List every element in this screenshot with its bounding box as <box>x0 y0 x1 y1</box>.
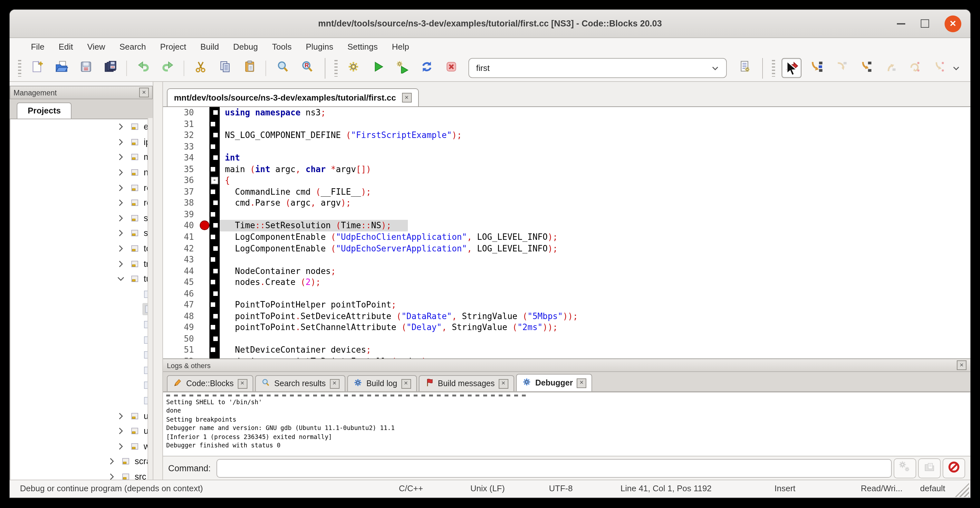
tree-collapsed-icon[interactable] <box>116 213 126 223</box>
tree-collapsed-icon[interactable] <box>116 167 126 177</box>
tree-item-src[interactable]: src <box>10 469 153 479</box>
tree-collapsed-icon[interactable] <box>116 244 126 253</box>
menu-plugins[interactable]: Plugins <box>299 41 340 51</box>
run-button[interactable] <box>368 59 387 77</box>
tree-item-udp-[interactable]: udp- <box>10 424 153 439</box>
find-button[interactable] <box>273 59 291 77</box>
toolbar-overflow-chevron-icon[interactable] <box>951 63 961 73</box>
menu-settings[interactable]: Settings <box>340 41 385 51</box>
close-tab-icon[interactable]: ✕ <box>237 379 247 389</box>
breakpoint-margin[interactable] <box>200 322 209 333</box>
close-tab-icon[interactable]: ✕ <box>401 379 411 389</box>
maximize-icon[interactable] <box>921 19 929 28</box>
tree-item-udp[interactable]: udp <box>10 408 153 424</box>
breakpoint-margin[interactable] <box>200 311 209 322</box>
code-line-39[interactable]: 39 <box>163 209 970 220</box>
tree-item-erro[interactable]: erro <box>10 119 153 134</box>
code-line-50[interactable]: 50 <box>163 333 970 345</box>
code-line-47[interactable]: 47 PointToPointHelper pointToPoint; <box>163 299 970 311</box>
build-button[interactable] <box>344 59 363 77</box>
tree-collapsed-icon[interactable] <box>107 472 117 479</box>
rebuild-button[interactable] <box>417 59 436 77</box>
close-tab-icon[interactable]: ✕ <box>329 379 339 389</box>
code-line-51[interactable]: 51 NetDeviceContainer devices; <box>163 345 970 356</box>
breakpoint-margin[interactable] <box>200 277 209 288</box>
tree-collapsed-icon[interactable] <box>116 122 126 132</box>
copy-button[interactable] <box>216 59 234 77</box>
breakpoint-margin[interactable] <box>200 163 209 175</box>
tree-collapsed-icon[interactable] <box>116 198 126 208</box>
editor-tab-first-cc[interactable]: mnt/dev/tools/source/ns-3-dev/examples/t… <box>167 88 418 107</box>
breakpoint-margin[interactable] <box>200 130 209 141</box>
breakpoint-margin[interactable] <box>200 345 209 356</box>
code-line-52[interactable]: 52 devices = pointToPoint.Install (nodes… <box>163 356 970 358</box>
breakpoint-margin[interactable] <box>200 288 209 299</box>
log-tab-build-log[interactable]: Build log✕ <box>347 375 417 391</box>
undo-button[interactable] <box>134 59 153 77</box>
tree-collapsed-icon[interactable] <box>116 183 126 193</box>
tree-scrollbar[interactable] <box>148 118 153 479</box>
breakpoint-margin[interactable] <box>200 209 209 220</box>
tree-collapsed-icon[interactable] <box>116 229 126 238</box>
build-and-run-button[interactable] <box>393 59 411 77</box>
tree-item-traf[interactable]: traf <box>10 256 153 271</box>
tree-item-he[interactable]: he <box>10 332 153 347</box>
breakpoint-margin[interactable] <box>200 118 209 130</box>
code-line-35[interactable]: 35main (int argc, char *argv[]) <box>163 163 970 175</box>
fold-marker-icon[interactable] <box>211 177 218 185</box>
cut-button[interactable] <box>191 59 210 77</box>
breakpoint-margin[interactable] <box>200 299 209 311</box>
tree-collapsed-icon[interactable] <box>116 259 126 269</box>
run-to-cursor-button[interactable] <box>807 59 826 77</box>
tree-item-real[interactable]: real <box>10 180 153 195</box>
close-logs-icon[interactable]: ✕ <box>957 360 966 370</box>
tree-item-wire[interactable]: wire <box>10 439 153 454</box>
copy-log-button[interactable] <box>918 458 941 478</box>
toolbar-grip[interactable] <box>772 60 775 76</box>
code-line-44[interactable]: 44 NodeContainer nodes; <box>163 265 970 277</box>
code-line-45[interactable]: 45 nodes.Create (2); <box>163 277 970 288</box>
tree-item-fo[interactable]: fo <box>10 317 153 332</box>
code-line-34[interactable]: 34int <box>163 152 970 163</box>
toolbar-grip[interactable] <box>334 60 337 76</box>
chevron-down-icon[interactable] <box>710 63 720 73</box>
build-target-combo[interactable]: first <box>468 58 727 78</box>
breakpoint-margin[interactable] <box>200 333 209 345</box>
new-file-button[interactable] <box>27 59 46 77</box>
tree-collapsed-icon[interactable] <box>107 457 117 467</box>
log-tab-debugger[interactable]: Debugger✕ <box>516 374 592 391</box>
tab-projects[interactable]: Projects <box>17 102 72 119</box>
replace-button[interactable]: R <box>298 59 316 77</box>
tree-collapsed-icon[interactable] <box>116 442 126 451</box>
tree-collapsed-icon[interactable] <box>116 137 126 147</box>
tree-expanded-icon[interactable] <box>116 274 126 283</box>
next-line-button[interactable] <box>832 59 850 77</box>
code-line-36[interactable]: 36{ <box>163 175 970 186</box>
menu-edit[interactable]: Edit <box>51 41 80 51</box>
titlebar[interactable]: mnt/dev/tools/source/ns-3-dev/examples/t… <box>10 10 970 38</box>
close-tab-icon[interactable]: ✕ <box>577 378 586 388</box>
breakpoint-margin[interactable] <box>200 254 209 265</box>
tree-item-six[interactable]: six <box>10 378 153 393</box>
debugger-output[interactable]: Setting SHELL to '/bin/sh'doneSetting br… <box>163 392 970 456</box>
menu-help[interactable]: Help <box>385 41 416 51</box>
menu-build[interactable]: Build <box>193 41 226 51</box>
debug-continue-button[interactable] <box>781 58 801 78</box>
breakpoint-margin[interactable] <box>200 107 209 118</box>
code-line-33[interactable]: 33 <box>163 141 970 152</box>
breakpoint-margin[interactable] <box>200 265 209 277</box>
code-line-49[interactable]: 49 pointToPoint.SetChannelAttribute ("De… <box>163 322 970 333</box>
code-line-41[interactable]: 41 LogComponentEnable ("UdpEchoClientApp… <box>163 231 970 243</box>
close-management-icon[interactable]: ✕ <box>139 88 149 97</box>
code-line-37[interactable]: 37 CommandLine cmd (__FILE__); <box>163 186 970 197</box>
log-tab-code-blocks[interactable]: Code::Blocks✕ <box>167 375 253 391</box>
close-tab-icon[interactable]: ✕ <box>499 379 508 389</box>
menu-project[interactable]: Project <box>153 41 193 51</box>
chevron-down-icon[interactable] <box>875 463 885 473</box>
code-editor[interactable]: 30using namespace ns3;3132NS_LOG_COMPONE… <box>163 107 970 358</box>
menu-tools[interactable]: Tools <box>265 41 299 51</box>
tree-item-ipv6[interactable]: ipv6 <box>10 134 153 150</box>
code-line-48[interactable]: 48 pointToPoint.SetDeviceAttribute ("Dat… <box>163 311 970 322</box>
menu-file[interactable]: File <box>24 41 51 51</box>
log-tab-search-results[interactable]: Search results✕ <box>255 375 345 391</box>
